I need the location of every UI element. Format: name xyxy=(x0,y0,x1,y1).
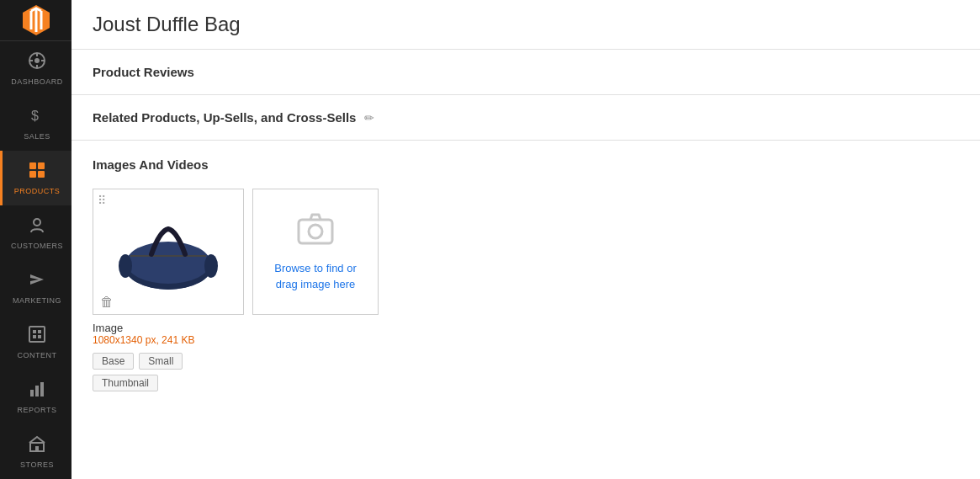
sidebar-logo xyxy=(0,0,72,41)
svg-rect-31 xyxy=(299,220,332,243)
sidebar-item-label-customers: CUSTOMERS xyxy=(11,242,63,250)
svg-text:$: $ xyxy=(31,109,39,123)
sidebar-item-content[interactable]: CONTENT xyxy=(0,315,72,370)
sidebar-item-marketing[interactable]: MARKETING xyxy=(0,260,72,315)
sidebar-item-label-reports: REPORTS xyxy=(18,406,57,414)
svg-point-1 xyxy=(34,58,40,63)
page-title: Joust Duffle Bag xyxy=(93,13,241,36)
upload-text-line2: drag image here xyxy=(276,278,356,290)
svg-rect-22 xyxy=(35,446,39,451)
stores-icon xyxy=(28,434,46,457)
related-products-edit-icon[interactable]: ✏ xyxy=(364,111,374,125)
reports-icon xyxy=(28,380,46,402)
product-reviews-section[interactable]: Product Reviews xyxy=(72,50,980,95)
svg-rect-20 xyxy=(40,382,44,397)
sidebar-item-label-stores: STORES xyxy=(20,460,54,469)
sidebar-item-products[interactable]: PRODUCTS xyxy=(0,151,72,205)
customers-icon xyxy=(28,216,46,238)
sidebar-item-label-products: PRODUCTS xyxy=(14,187,61,195)
related-products-section[interactable]: Related Products, Up-Sells, and Cross-Se… xyxy=(72,95,980,141)
page-header: Joust Duffle Bag xyxy=(72,0,980,50)
main-content: Joust Duffle Bag Product Reviews Related… xyxy=(72,0,980,479)
product-image xyxy=(114,205,223,298)
sidebar-item-label-sales: SALES xyxy=(24,132,50,141)
sidebar: DASHBOARD $ SALES PRODUCTS CUSTOM xyxy=(0,0,72,479)
content-area: Product Reviews Related Products, Up-Sel… xyxy=(72,50,980,479)
svg-rect-10 xyxy=(38,171,45,178)
image-card: ⠿ xyxy=(93,189,244,391)
svg-marker-12 xyxy=(30,274,44,285)
sidebar-item-label-content: CONTENT xyxy=(18,351,57,359)
drag-handle-icon[interactable]: ⠿ xyxy=(98,194,106,207)
svg-point-30 xyxy=(204,254,218,278)
tag-base: Base xyxy=(93,353,134,370)
sidebar-item-dashboard[interactable]: DASHBOARD xyxy=(0,41,72,96)
svg-rect-8 xyxy=(38,162,45,169)
image-card-inner: ⠿ xyxy=(93,189,244,315)
upload-card[interactable]: Browse to find or drag image here xyxy=(252,189,379,315)
products-icon xyxy=(28,161,46,184)
image-info: 1080x1340 px, 241 KB xyxy=(93,334,244,346)
tag-thumbnail: Thumbnail xyxy=(93,375,158,391)
svg-rect-18 xyxy=(30,390,34,397)
svg-rect-15 xyxy=(38,330,41,333)
marketing-icon xyxy=(28,270,46,293)
image-meta: Image 1080x1340 px, 241 KB xyxy=(93,322,244,346)
images-videos-section: Images And Videos ⠿ xyxy=(72,141,980,408)
svg-rect-19 xyxy=(35,386,39,397)
sidebar-item-reports[interactable]: REPORTS xyxy=(0,370,72,424)
sidebar-item-label-marketing: MARKETING xyxy=(13,296,61,305)
content-icon xyxy=(28,325,46,348)
sidebar-item-label-dashboard: DASHBOARD xyxy=(11,77,63,86)
svg-point-11 xyxy=(34,219,40,226)
sales-icon: $ xyxy=(28,106,46,129)
image-size: 241 KB xyxy=(162,334,194,346)
upload-text: Browse to find or drag image here xyxy=(274,261,357,291)
svg-point-29 xyxy=(119,254,132,278)
related-products-label: Related Products, Up-Sells, and Cross-Se… xyxy=(93,110,356,125)
delete-image-icon[interactable]: 🗑 xyxy=(100,295,114,310)
svg-point-32 xyxy=(309,225,322,238)
svg-rect-17 xyxy=(38,335,41,338)
camera-icon xyxy=(295,211,336,253)
image-dims: 1080x1340 px, xyxy=(93,334,159,346)
image-label: Image xyxy=(93,322,244,334)
svg-rect-7 xyxy=(29,162,36,169)
svg-rect-13 xyxy=(29,327,45,342)
images-videos-label: Images And Videos xyxy=(93,157,959,172)
svg-rect-9 xyxy=(29,171,36,178)
images-grid: ⠿ xyxy=(93,189,959,391)
upload-text-line1: Browse to find or xyxy=(274,262,357,274)
sidebar-item-stores[interactable]: STORES xyxy=(0,424,72,479)
svg-rect-14 xyxy=(33,330,36,333)
image-tags: Base Small Thumbnail xyxy=(93,353,244,391)
tag-small: Small xyxy=(139,353,183,370)
dashboard-icon xyxy=(28,51,46,74)
product-reviews-label: Product Reviews xyxy=(93,65,194,79)
sidebar-item-sales[interactable]: $ SALES xyxy=(0,96,72,151)
svg-point-25 xyxy=(126,242,210,284)
svg-rect-16 xyxy=(33,335,36,338)
sidebar-item-customers[interactable]: CUSTOMERS xyxy=(0,205,72,260)
